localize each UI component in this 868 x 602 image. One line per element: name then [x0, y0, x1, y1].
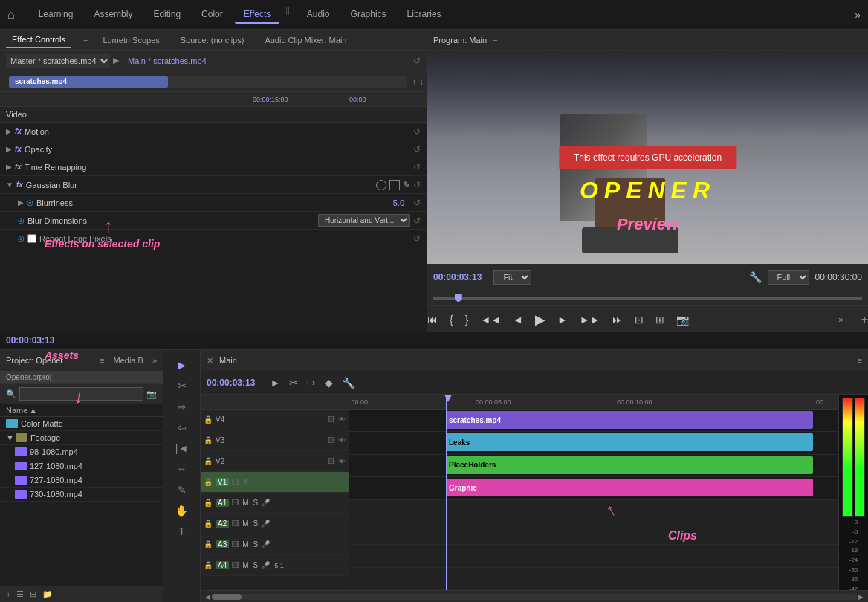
repeat-edge-checkbox[interactable]	[27, 234, 36, 243]
project-add-icon[interactable]: +	[6, 590, 10, 599]
v1-film-icon[interactable]: 🎞	[232, 478, 239, 486]
tool-hand[interactable]: ✋	[171, 502, 193, 520]
track-content-a1[interactable]	[349, 500, 838, 522]
track-content-v3[interactable]: Leaks	[349, 432, 838, 454]
nav-more-icon[interactable]: »	[855, 9, 861, 21]
timeline-menu-icon[interactable]: ≡	[858, 356, 862, 365]
list-item[interactable]: Color Matte	[0, 417, 163, 431]
transport-to-in[interactable]: ⏮	[427, 314, 438, 326]
track-content-a2[interactable]	[349, 522, 838, 545]
scroll-right-icon[interactable]: ►	[857, 592, 865, 601]
nav-item-color[interactable]: Color	[192, 6, 232, 24]
clip-graphic[interactable]: Graphic	[446, 479, 813, 496]
a1-film-icon[interactable]: 🎞	[232, 499, 239, 507]
timeline-tool-select[interactable]: ►	[270, 377, 280, 389]
monitor-quality-select[interactable]: Full	[768, 270, 809, 285]
v4-eye-icon[interactable]: 👁	[338, 415, 346, 424]
motion-toggle[interactable]: ▶	[6, 127, 12, 135]
opacity-toggle[interactable]: ▶	[6, 145, 12, 153]
transport-add-icon[interactable]: +	[861, 313, 868, 326]
monitor-timecode[interactable]: 00:00:03:13	[433, 272, 482, 282]
project-more-icon[interactable]: »	[152, 356, 157, 365]
transport-play[interactable]: ▶	[535, 311, 545, 328]
nav-item-learning[interactable]: Learning	[30, 6, 82, 24]
a2-film-icon[interactable]: 🎞	[232, 520, 239, 528]
tab-media-b[interactable]: Media B	[108, 353, 149, 368]
transport-camera-icon[interactable]: 📷	[676, 314, 689, 326]
repeat-reset[interactable]: ↺	[413, 233, 421, 244]
a1-lock-icon[interactable]: 🔒	[204, 499, 213, 507]
nav-item-assembly[interactable]: Assembly	[85, 6, 141, 24]
timeline-tool-razor[interactable]: ✂	[289, 377, 298, 389]
home-icon[interactable]: ⌂	[7, 8, 15, 22]
opacity-reset[interactable]: ↺	[413, 144, 421, 155]
v2-eye-icon[interactable]: 👁	[338, 457, 346, 465]
tool-select[interactable]: ▶	[171, 356, 193, 374]
time-remap-reset[interactable]: ↺	[413, 162, 421, 172]
nav-item-audio[interactable]: Audio	[298, 6, 339, 24]
blur-rect-icon[interactable]	[389, 180, 400, 190]
scroll-left-icon[interactable]: ◄	[204, 592, 212, 601]
a2-lock-icon[interactable]: 🔒	[204, 520, 213, 528]
blur-circle-icon[interactable]	[376, 180, 386, 190]
v2-lock-icon[interactable]: 🔒	[204, 457, 213, 465]
tab-lumetri-scopes[interactable]: Lumetri Scopes	[97, 33, 165, 48]
v1-lock-icon[interactable]: 🔒	[204, 478, 213, 486]
transport-loop-icon[interactable]: ⊡	[635, 314, 644, 326]
transport-loop2-icon[interactable]: ⊞	[655, 314, 664, 326]
motion-reset[interactable]: ↺	[413, 126, 421, 137]
monitor-fit-select[interactable]: Fit	[493, 270, 531, 285]
folder-expand-icon[interactable]: ▼	[6, 433, 14, 442]
tool-track-select-fwd[interactable]: ⇨	[171, 398, 193, 415]
clip-placeholders[interactable]: PlaceHolders	[446, 456, 813, 474]
monitor-menu-icon[interactable]: ≡	[493, 36, 497, 45]
project-grid-icon[interactable]: ⊞	[30, 589, 36, 599]
blurriness-toggle[interactable]: ▶	[18, 198, 24, 207]
blurriness-stopwatch[interactable]: ◎	[27, 198, 33, 207]
transport-to-out[interactable]: ⏭	[612, 314, 623, 326]
time-remap-toggle[interactable]: ▶	[6, 163, 12, 171]
timeline-close-icon[interactable]: ✕	[207, 356, 213, 366]
clip-leaks[interactable]: Leaks	[446, 433, 813, 451]
list-item[interactable]: 98-1080.mp4	[0, 445, 163, 459]
transport-step-back[interactable]: ◄	[513, 314, 523, 326]
a3-mic-icon[interactable]: 🎤	[261, 540, 270, 548]
blurriness-value[interactable]: 5.0	[393, 198, 404, 207]
blurriness-reset[interactable]: ↺	[413, 198, 421, 208]
project-folder-icon[interactable]: 📁	[42, 589, 53, 599]
tool-razor[interactable]: ✂	[171, 377, 193, 395]
blur-dim-select[interactable]: Horizontal and Vert...	[318, 214, 410, 227]
gaussian-reset[interactable]: ↺	[413, 180, 421, 190]
nav-item-editing[interactable]: Editing	[144, 6, 190, 24]
gaussian-toggle[interactable]: ▼	[6, 181, 13, 189]
blur-dim-stopwatch[interactable]: ◎	[18, 216, 25, 224]
tool-ripple-edit[interactable]: |◄	[171, 439, 193, 457]
a4-lock-icon[interactable]: 🔒	[204, 561, 213, 569]
transport-more-icon[interactable]: »	[838, 314, 843, 325]
v4-lock-icon[interactable]: 🔒	[204, 415, 213, 424]
track-content-v4[interactable]: scratches.mp4	[349, 410, 838, 432]
list-item[interactable]: 127-1080.mp4	[0, 459, 163, 473]
v3-lock-icon[interactable]: 🔒	[204, 436, 213, 444]
monitor-playhead[interactable]	[455, 294, 462, 302]
a4-film-icon[interactable]: 🎞	[232, 561, 239, 569]
transport-back-icon[interactable]: ◄◄	[480, 314, 501, 326]
list-item[interactable]: 727-1080.mp4	[0, 473, 163, 488]
v3-film-icon[interactable]: 🎞	[328, 436, 335, 444]
nav-item-effects[interactable]: Effects	[235, 6, 279, 24]
track-content-v2[interactable]: PlaceHolders	[349, 455, 838, 477]
panel-expand-icon[interactable]: ↓	[420, 77, 424, 86]
v3-eye-icon[interactable]: 👁	[338, 436, 346, 444]
nav-item-libraries[interactable]: Libraries	[398, 6, 450, 24]
list-item[interactable]: 730-1080.mp4	[0, 488, 163, 502]
scroll-thumb[interactable]	[212, 594, 242, 600]
nav-item-graphics[interactable]: Graphics	[342, 6, 395, 24]
v2-film-icon[interactable]: 🎞	[328, 457, 335, 465]
scroll-track[interactable]	[212, 594, 857, 600]
list-item[interactable]: ▼ Footage	[0, 431, 163, 445]
timeline-ruler[interactable]: :00:00 00:00:05:00 00:00:10:00 :00	[349, 395, 838, 410]
transport-fast-fwd[interactable]: ►►	[580, 314, 600, 326]
track-content-a4[interactable]	[349, 568, 838, 590]
clip-selector[interactable]: Master * scratches.mp4	[6, 54, 110, 68]
track-content-a3[interactable]	[349, 545, 838, 567]
